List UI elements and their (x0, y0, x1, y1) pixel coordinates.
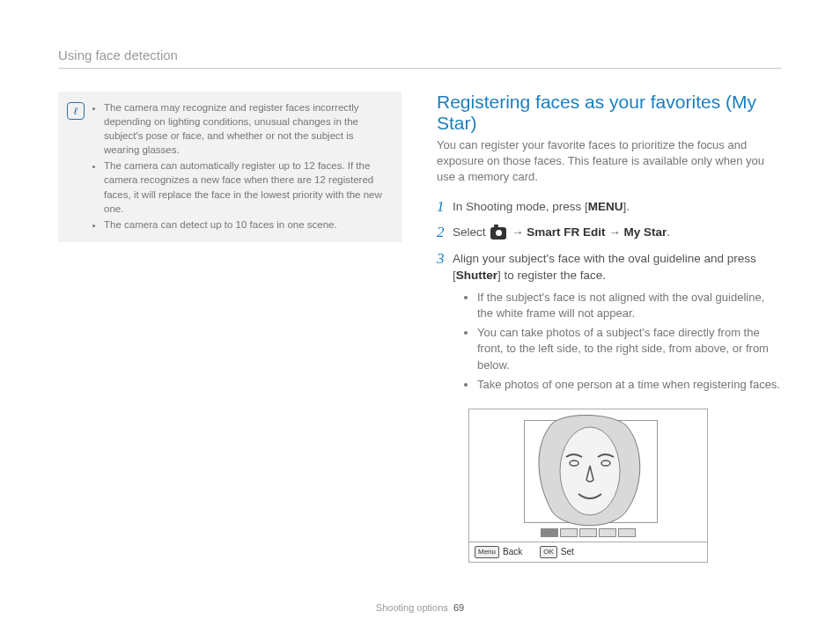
note-item: The camera can automatically register up… (104, 158, 391, 215)
shutter-label: Shutter (456, 269, 497, 282)
step-text: Select (453, 225, 489, 239)
section-intro: You can register your favorite faces to … (437, 137, 782, 186)
sub-item: You can take photos of a subject's face … (477, 325, 782, 373)
step-3: Align your subject's face with the oval … (437, 250, 782, 563)
footer-section: Shooting options (376, 602, 448, 613)
step-text: ]. (623, 200, 630, 213)
note-box: ℓ The camera may recognize and register … (58, 92, 402, 242)
camera-icon (490, 227, 506, 240)
ok-button-icon: OK (540, 546, 557, 558)
back-group: Menu Back (475, 546, 522, 559)
page-number: 69 (453, 602, 464, 613)
progress-cell (618, 528, 636, 537)
back-label: Back (503, 546, 522, 559)
arrow: → (606, 225, 624, 239)
arrow: → (508, 225, 527, 239)
page-footer: Shooting options 69 (0, 602, 840, 613)
smart-fr-label: Smart FR Edit (527, 225, 605, 239)
note-icon: ℓ (67, 102, 85, 120)
progress-cell (560, 528, 578, 537)
progress-row (541, 528, 636, 537)
camera-screen: Menu Back OK Set (468, 409, 708, 563)
page-header: Using face detection (58, 48, 782, 69)
step-text: . (667, 225, 670, 239)
section-title: Registering faces as your favorites (My … (437, 92, 782, 134)
my-star-label: My Star (624, 225, 667, 239)
progress-cell (541, 528, 558, 537)
progress-cell (599, 528, 616, 537)
step-text: In Shooting mode, press [ (453, 200, 588, 213)
step-2: Select → Smart FR Edit → My Star. (437, 224, 782, 241)
menu-button-icon: Menu (475, 546, 499, 558)
svg-point-0 (560, 427, 620, 515)
step-1: In Shooting mode, press [MENU]. (437, 198, 782, 216)
note-item: The camera may recognize and register fa… (104, 100, 391, 157)
menu-label: MENU (588, 200, 623, 213)
sub-item: If the subject's face is not aligned wit… (477, 290, 782, 321)
note-list: The camera may recognize and register fa… (92, 100, 391, 233)
note-item: The camera can detect up to 10 faces in … (104, 217, 391, 232)
face-illustration (527, 415, 652, 529)
step-text: ] to register the face. (497, 269, 606, 282)
set-label: Set (561, 546, 574, 559)
sub-item: Take photos of one person at a time when… (477, 377, 782, 393)
progress-cell (579, 528, 597, 537)
set-group: OK Set (540, 546, 574, 559)
